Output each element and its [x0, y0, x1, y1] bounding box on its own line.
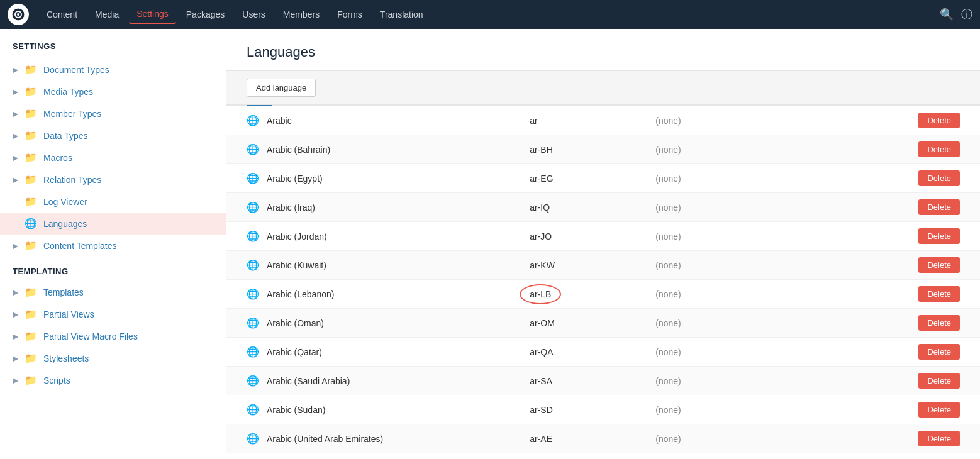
nav-items: Content Media Settings Packages Users Me…	[39, 5, 940, 24]
delete-language-button[interactable]: Delete	[918, 373, 960, 389]
add-language-button[interactable]: Add language	[247, 79, 316, 97]
templating-section-title: Templating	[0, 257, 226, 281]
folder-icon: 📁	[25, 352, 37, 364]
language-code: ar-QA	[530, 347, 655, 357]
delete-language-button[interactable]: Delete	[918, 113, 960, 128]
sidebar-item-templates[interactable]: ▶ 📁 Templates	[0, 281, 226, 303]
globe-icon: 🌐	[247, 143, 259, 155]
chevron-icon: ▶	[13, 153, 18, 162]
chevron-icon: ▶	[13, 376, 18, 385]
language-code: ar-EG	[530, 174, 655, 184]
sidebar-item-label: Media Types	[43, 87, 93, 97]
table-row: 🌐Arabic (Bahrain)ar-BH(none)Delete	[226, 135, 980, 164]
language-code: ar-SD	[530, 405, 655, 415]
folder-icon: 📁	[25, 174, 37, 185]
table-row: 🌐Arabic (Sudan)ar-SD(none)Delete	[226, 395, 980, 424]
sidebar-item-label: Scripts	[43, 375, 70, 385]
sidebar-item-document-types[interactable]: ▶ 📁 Document Types	[0, 58, 226, 80]
folder-icon: 📁	[25, 130, 37, 141]
language-name: Arabic (Saudi Arabia)	[267, 376, 530, 386]
nav-right: 🔍 ⓘ	[940, 7, 972, 22]
sidebar-item-partial-view-macro-files[interactable]: ▶ 📁 Partial View Macro Files	[0, 325, 226, 347]
sidebar-item-label: Macros	[43, 153, 72, 163]
chevron-icon: ▶	[13, 354, 18, 363]
delete-language-button[interactable]: Delete	[918, 402, 960, 418]
nav-media[interactable]: Media	[87, 6, 126, 23]
delete-language-button[interactable]: Delete	[918, 257, 960, 273]
language-default: (none)	[655, 434, 918, 444]
delete-language-button[interactable]: Delete	[918, 228, 960, 244]
folder-icon: 📁	[25, 330, 37, 342]
language-name: Arabic (Lebanon)	[267, 289, 530, 299]
sidebar-item-log-viewer[interactable]: ▶ 📁 Log Viewer	[0, 191, 226, 213]
nav-packages[interactable]: Packages	[179, 6, 232, 23]
nav-members[interactable]: Members	[276, 6, 327, 23]
sidebar-item-content-templates[interactable]: ▶ 📁 Content Templates	[0, 235, 226, 257]
table-row: 🌐Arabic (United Arab Emirates)ar-AE(none…	[226, 424, 980, 453]
delete-language-button[interactable]: Delete	[918, 286, 960, 302]
globe-icon: 🌐	[247, 375, 259, 387]
sidebar-item-label: Log Viewer	[43, 197, 87, 207]
nav-content[interactable]: Content	[39, 6, 85, 23]
sidebar-item-label: Relation Types	[43, 175, 101, 185]
chevron-icon: ▶	[13, 241, 18, 250]
help-icon[interactable]: ⓘ	[961, 7, 972, 22]
globe-icon: 🌐	[247, 201, 259, 213]
search-icon[interactable]: 🔍	[940, 8, 954, 21]
language-name: Arabic (Jordan)	[267, 231, 530, 241]
sidebar-item-label: Partial View Macro Files	[43, 331, 138, 341]
logo[interactable]	[8, 4, 29, 25]
table-row: 🌐Arabic (Oman)ar-OM(none)Delete	[226, 309, 980, 338]
table-row: 🌐Arabic (Lebanon)ar-LB(none)Delete	[226, 280, 980, 309]
delete-language-button[interactable]: Delete	[918, 141, 960, 157]
top-nav: Content Media Settings Packages Users Me…	[0, 0, 980, 29]
sidebar-item-languages[interactable]: ▶ 🌐 Languages	[0, 213, 226, 235]
language-name: Arabic (United Arab Emirates)	[267, 434, 530, 444]
sidebar-item-stylesheets[interactable]: ▶ 📁 Stylesheets	[0, 347, 226, 369]
language-name: Arabic (Bahrain)	[267, 145, 530, 155]
language-code: ar-OM	[530, 318, 655, 328]
sidebar-item-partial-views[interactable]: ▶ 📁 Partial Views	[0, 303, 226, 325]
sidebar-item-data-types[interactable]: ▶ 📁 Data Types	[0, 124, 226, 147]
chevron-icon: ▶	[13, 288, 18, 297]
globe-icon: 🌐	[25, 218, 37, 230]
delete-language-button[interactable]: Delete	[918, 170, 960, 186]
sidebar-item-label: Content Templates	[43, 241, 116, 251]
chevron-icon: ▶	[13, 175, 18, 184]
settings-section-title: Settings	[0, 41, 226, 58]
delete-language-button[interactable]: Delete	[918, 431, 960, 446]
nav-users[interactable]: Users	[235, 6, 273, 23]
globe-icon: 🌐	[247, 230, 259, 242]
nav-settings[interactable]: Settings	[129, 5, 176, 24]
table-row: 🌐Arabic (Qatar)ar-QA(none)Delete	[226, 338, 980, 367]
tab-indicator	[247, 105, 272, 106]
folder-icon: 📁	[25, 240, 37, 252]
language-default: (none)	[655, 145, 918, 155]
page-title: Languages	[247, 44, 960, 60]
language-code: ar-IQ	[530, 202, 655, 213]
delete-language-button[interactable]: Delete	[918, 315, 960, 331]
language-default: (none)	[655, 202, 918, 213]
folder-icon: 📁	[25, 64, 37, 75]
table-row: 🌐Arabic (Egypt)ar-EG(none)Delete	[226, 164, 980, 193]
sidebar-item-member-types[interactable]: ▶ 📁 Member Types	[0, 102, 226, 124]
globe-icon: 🌐	[247, 346, 259, 358]
table-row: 🌐Arabic (Saudi Arabia)ar-SA(none)Delete	[226, 367, 980, 395]
nav-translation[interactable]: Translation	[372, 6, 431, 23]
delete-language-button[interactable]: Delete	[918, 199, 960, 215]
sidebar: Settings ▶ 📁 Document Types ▶ 📁 Media Ty…	[0, 29, 226, 459]
chevron-icon: ▶	[13, 87, 18, 96]
sidebar-item-relation-types[interactable]: ▶ 📁 Relation Types	[0, 169, 226, 191]
language-default: (none)	[655, 260, 918, 270]
sidebar-item-macros[interactable]: ▶ 📁 Macros	[0, 147, 226, 169]
language-list: 🌐Arabicar(none)Delete🌐Arabic (Bahrain)ar…	[226, 106, 980, 453]
delete-language-button[interactable]: Delete	[918, 344, 960, 360]
sidebar-item-media-types[interactable]: ▶ 📁 Media Types	[0, 80, 226, 102]
table-row: 🌐Arabic (Iraq)ar-IQ(none)Delete	[226, 193, 980, 222]
globe-icon: 🌐	[247, 433, 259, 445]
sidebar-item-scripts[interactable]: ▶ 📁 Scripts	[0, 369, 226, 391]
main-content: Languages Add language 🌐Arabicar(none)De…	[226, 29, 980, 459]
globe-icon: 🌐	[247, 172, 259, 184]
nav-forms[interactable]: Forms	[330, 6, 370, 23]
layout: Settings ▶ 📁 Document Types ▶ 📁 Media Ty…	[0, 29, 980, 459]
